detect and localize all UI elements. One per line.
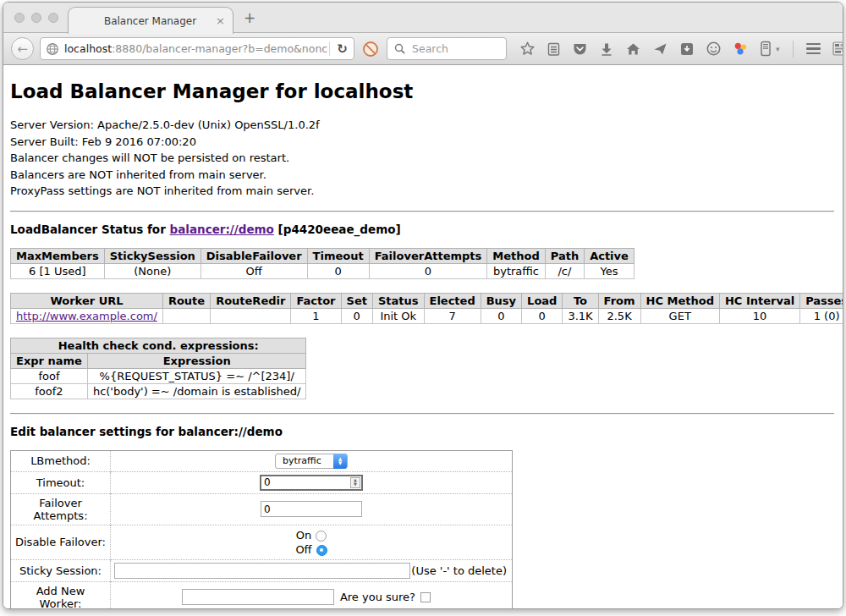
- worker-url-cell: http://www.example.com/: [11, 308, 163, 323]
- worker-value-cell: 0: [481, 308, 521, 323]
- healthcheck-table: Health check cond. expressions: Expr nam…: [10, 338, 306, 399]
- worker-header-cell: RouteRedir: [211, 293, 291, 308]
- persist-note-line: Balancer changes will NOT be persisted o…: [10, 150, 834, 167]
- tab-bar: Balancer Manager × +: [3, 3, 843, 33]
- inherit-note-line: Balancers are NOT inherited from main se…: [10, 167, 834, 184]
- new-tab-button[interactable]: +: [244, 9, 255, 26]
- home-icon[interactable]: [625, 41, 641, 57]
- extension-icon[interactable]: [832, 41, 843, 57]
- table-row: foof %{REQUEST_STATUS} =~ /^[234]/: [11, 368, 306, 383]
- save-to-device-icon[interactable]: [679, 41, 695, 57]
- chevron-down-icon[interactable]: ▾: [776, 45, 780, 53]
- chat-smiley-icon[interactable]: [706, 41, 722, 57]
- download-icon[interactable]: [599, 41, 614, 57]
- add-worker-label: Add New Worker:: [11, 581, 111, 609]
- expr-name-cell: foof2: [11, 383, 88, 399]
- toolbar-divider: [793, 41, 794, 58]
- failover-attempts-input[interactable]: [261, 501, 362, 517]
- worker-header-cell: Load: [522, 293, 563, 308]
- status-prefix: LoadBalancer Status for: [10, 223, 170, 236]
- zoom-window-button[interactable]: [48, 13, 58, 23]
- balancer-header-cell: Method: [487, 248, 545, 263]
- table-row: http://www.example.com/10Init Ok7003.1K2…: [11, 308, 843, 323]
- disable-failover-on-radio[interactable]: [316, 531, 327, 542]
- back-button[interactable]: ←: [11, 37, 34, 60]
- disable-failover-label: Disable Failover:: [11, 525, 111, 559]
- balancer-settings-form: LBmethod: bytraffic ▲▼ Timeout: ▲▼: [10, 450, 513, 610]
- urlbar-divider: [329, 41, 330, 56]
- adblock-icon[interactable]: [362, 41, 379, 58]
- balancer-value-cell: 0: [369, 263, 487, 278]
- timeout-input[interactable]: [261, 476, 350, 488]
- disable-failover-off-radio[interactable]: [316, 545, 327, 556]
- globe-icon: [46, 42, 59, 56]
- form-row-sticky-session: Sticky Session: (Use '-' to delete): [11, 559, 513, 581]
- balancer-header-cell: Path: [545, 248, 584, 263]
- lbmethod-label: LBmethod:: [11, 450, 111, 471]
- balancer-header-cell: StickySession: [104, 248, 201, 263]
- sticky-session-label: Sticky Session:: [11, 559, 111, 581]
- worker-header-cell: Set: [341, 293, 372, 308]
- proxypass-note-line: ProxyPass settings are NOT inherited fro…: [10, 183, 834, 200]
- balancer-header-cell: FailoverAttempts: [369, 248, 487, 263]
- page-title: Load Balancer Manager for localhost: [10, 80, 834, 102]
- balancer-status-table: MaxMembersStickySessionDisableFailoverTi…: [10, 248, 634, 279]
- window-controls: [14, 13, 58, 23]
- reading-list-icon[interactable]: [547, 41, 561, 57]
- worker-header-cell: Busy: [481, 293, 521, 308]
- tab-close-icon[interactable]: ×: [216, 15, 225, 26]
- sticky-session-input[interactable]: [114, 563, 410, 579]
- worker-value-cell: [211, 308, 291, 323]
- table-row: foof2 hc('body') =~ /domain is establish…: [11, 383, 306, 399]
- server-version-line: Server Version: Apache/2.5.0-dev (Unix) …: [10, 117, 834, 134]
- expression-header: Expression: [87, 353, 306, 368]
- url-text[interactable]: localhost:8880/balancer-manager?b=demo&n…: [64, 42, 328, 55]
- balancer-value-cell: /c/: [545, 263, 584, 278]
- section-divider: [10, 413, 834, 415]
- off-label: Off: [295, 543, 311, 556]
- url-bar[interactable]: localhost:8880/balancer-manager?b=demo&n…: [40, 37, 354, 60]
- are-you-sure-checkbox[interactable]: [420, 592, 431, 602]
- reload-button[interactable]: ↻: [331, 41, 354, 57]
- balancer-header-cell: Active: [585, 248, 634, 263]
- section-divider: [10, 211, 834, 212]
- menu-button[interactable]: [806, 43, 821, 55]
- timeout-label: Timeout:: [11, 471, 111, 493]
- pocket-icon[interactable]: [572, 41, 588, 57]
- colored-dots-icon[interactable]: [733, 41, 749, 57]
- search-bar[interactable]: [387, 37, 507, 60]
- browser-window: Balancer Manager × + ← localhost:8880/ba…: [3, 2, 843, 609]
- worker-value-cell: GET: [640, 308, 719, 323]
- worker-url-link[interactable]: http://www.example.com/: [16, 310, 157, 322]
- status-suffix: [p4420eeae_demo]: [274, 223, 401, 236]
- worker-header-cell: HC Interval: [719, 293, 799, 308]
- worker-value-cell: Init Ok: [372, 308, 424, 323]
- worker-header-cell: Status: [372, 293, 424, 308]
- minimize-window-button[interactable]: [31, 13, 41, 23]
- worker-header-cell: HC Method: [640, 293, 719, 308]
- worker-header-cell: Factor: [291, 293, 341, 308]
- tab-balancer-manager[interactable]: Balancer Manager ×: [68, 7, 233, 34]
- worker-header-cell: To: [563, 293, 598, 308]
- close-window-button[interactable]: [14, 13, 25, 23]
- failover-attempts-label: Failover Attempts:: [11, 493, 111, 525]
- send-icon[interactable]: [652, 41, 668, 57]
- search-input[interactable]: [410, 41, 495, 56]
- balancer-demo-link[interactable]: balancer://demo: [170, 223, 274, 236]
- edit-balancer-heading: Edit balancer settings for balancer://de…: [10, 425, 834, 438]
- bookmark-star-icon[interactable]: [519, 41, 536, 57]
- expr-name-cell: foof: [11, 368, 88, 383]
- number-spinner-icon[interactable]: ▲▼: [350, 477, 360, 488]
- add-worker-input[interactable]: [182, 589, 334, 605]
- worker-value-cell: 1 (0): [800, 308, 843, 323]
- balancer-value-cell: bytraffic: [487, 263, 545, 278]
- worker-value-cell: 2.5K: [598, 308, 640, 323]
- lbmethod-select[interactable]: bytraffic ▲▼: [275, 454, 348, 469]
- expression-cell: %{REQUEST_STATUS} =~ /^[234]/: [87, 368, 306, 383]
- table-header-row: Expr name Expression: [11, 353, 306, 368]
- url-domain: localhost: [64, 42, 112, 55]
- worker-value-cell: 0: [341, 308, 372, 323]
- server-built-line: Server Built: Feb 9 2016 07:00:20: [10, 134, 834, 151]
- container-icon[interactable]: [760, 41, 772, 57]
- worker-value-cell: 1: [291, 308, 341, 323]
